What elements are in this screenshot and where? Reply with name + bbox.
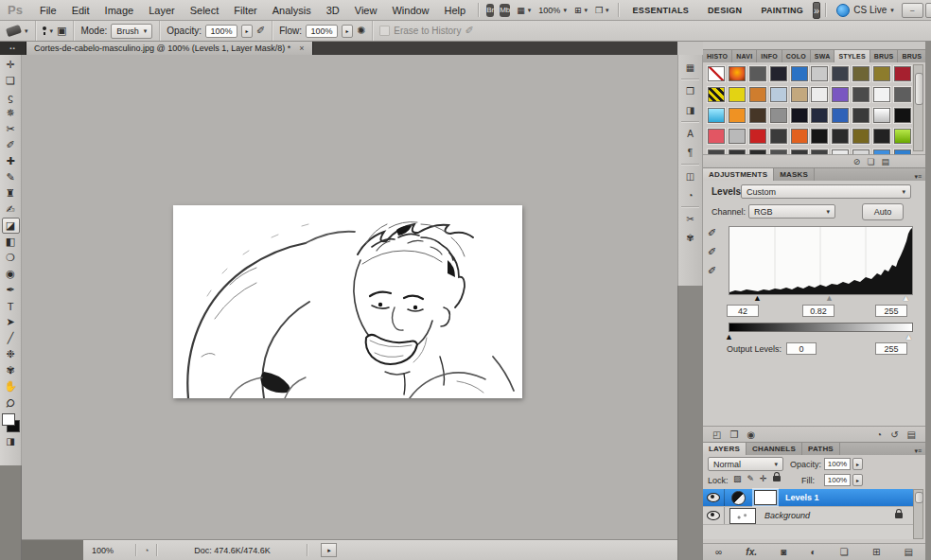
tab-adjustments[interactable]: ADJUSTMENTS [703,168,774,181]
panel-menu-icon[interactable]: ▾≡ [910,173,925,181]
style-swatch[interactable] [770,108,787,123]
auto-button[interactable]: Auto [862,203,904,220]
style-swatch[interactable] [811,108,828,123]
black-input-slider[interactable]: ▲ [753,293,762,303]
menu-file[interactable]: File [32,5,64,16]
visibility-cell[interactable] [703,507,725,524]
rectangular-marquee-tool[interactable]: ❏ [2,73,20,89]
delete-adjustment-icon[interactable]: ▤ [907,429,916,440]
path-selection-tool[interactable]: ➤ [2,314,20,330]
character-panel-icon[interactable]: A [680,125,700,142]
clip-to-layer-icon[interactable]: ❐ [729,429,738,440]
brush-preset-picker[interactable] [43,26,46,35]
style-swatch[interactable] [770,129,787,144]
workspace-essentials[interactable]: ESSENTIALS [624,6,699,15]
lock-position-icon[interactable]: ✛ [760,474,767,483]
eraser-tool[interactable]: ◪ [2,218,20,234]
screen-mode-dropdown[interactable]: ❒ ▾ [595,6,609,15]
status-zoom-field[interactable]: 100% [92,546,132,555]
tablet-pressure-size-icon[interactable]: ✐ [465,25,473,37]
style-swatch[interactable] [729,129,746,144]
close-icon[interactable]: × [299,44,304,53]
style-swatch[interactable] [749,108,766,123]
menu-layer[interactable]: Layer [141,5,183,16]
tool-preset-group[interactable]: ▾ [0,21,36,41]
view-previous-state-icon[interactable]: ◔ [876,429,882,440]
style-swatch[interactable] [770,87,787,102]
scrollbar-thumb[interactable] [915,492,923,503]
input-gamma-field[interactable]: 0.82 [802,305,834,317]
tab-histo[interactable]: HISTO [703,50,732,62]
airbrush-icon[interactable]: ✺ [357,25,365,37]
menu-filter[interactable]: Filter [226,5,264,16]
gradient-tool[interactable]: ◧ [2,234,20,250]
style-swatch[interactable] [791,87,808,102]
menu-help[interactable]: Help [437,5,474,16]
canvas-area[interactable] [22,55,677,539]
mini-bridge-icon[interactable]: Mb [500,4,510,17]
new-adjustment-layer-icon[interactable]: ◐ [810,547,816,557]
eyedropper-tool[interactable]: ✐ [2,137,20,153]
tab-info[interactable]: INFO [757,50,782,62]
input-black-field[interactable]: 42 [727,305,759,317]
black-point-eyedropper-icon[interactable]: ✐ [708,227,716,239]
style-swatch[interactable] [852,129,870,144]
input-white-field[interactable]: 255 [875,305,907,317]
toggle-brush-panel-icon[interactable]: ▣ [57,25,66,37]
layer-fill-spinner[interactable]: ▸ [852,474,863,486]
document-tab[interactable]: Cortes-de-cabelo-masculino.jpg @ 100% (L… [26,42,313,55]
return-to-adjustment-list-icon[interactable]: ◰ [712,429,721,440]
style-swatch[interactable] [873,108,890,123]
add-layer-mask-icon[interactable]: ◙ [781,547,786,557]
levels-histogram[interactable] [729,226,913,295]
panel-menu-icon[interactable]: ▾≡ [910,447,925,455]
new-layer-icon[interactable]: ⊞ [872,547,880,557]
style-swatch[interactable] [852,87,870,102]
layer-opacity-spinner[interactable]: ▸ [852,458,863,470]
styles-scrollbar[interactable] [913,64,923,151]
new-style-icon[interactable]: ❏ [867,157,874,166]
lock-transparency-icon[interactable]: ▨ [733,474,742,483]
style-swatch[interactable] [708,66,725,81]
flow-spinner[interactable]: ▸ [342,25,353,38]
menu-window[interactable]: Window [384,5,436,16]
style-swatch[interactable] [894,108,911,123]
dodge-tool[interactable]: ◉ [2,266,20,282]
new-group-icon[interactable]: ❏ [840,547,849,557]
menu-select[interactable]: Select [183,5,227,16]
lock-pixels-icon[interactable]: ✎ [747,474,755,483]
styles-mini-panel-icon[interactable]: ◨ [680,101,700,118]
history-brush-tool[interactable]: ✍ [2,201,20,218]
layer-row-background[interactable]: Background [703,507,914,525]
3d-rotate-tool[interactable]: ❉ [2,346,20,362]
menu-3d[interactable]: 3D [319,5,347,16]
clear-style-icon[interactable]: ⊘ [853,157,861,166]
clone-stamp-tool[interactable]: ♜ [2,185,20,201]
scrollbar-thumb[interactable] [915,73,923,105]
clone-source-panel-icon[interactable]: ◫ [680,167,700,184]
style-swatch[interactable] [873,129,890,144]
layer-name[interactable]: Background [764,511,810,520]
lock-all-icon[interactable] [773,476,781,481]
tab-swa[interactable]: SWA [811,50,835,62]
visibility-cell[interactable] [703,489,725,506]
style-swatch[interactable] [852,66,870,81]
healing-brush-tool[interactable]: ✚ [2,153,20,169]
mode-select[interactable]: Brush ▾ [111,24,152,39]
cs-live-dropdown[interactable]: CS Live ▾ [836,4,894,17]
tab-brus[interactable]: BRUS [870,50,899,62]
layers-scrollbar[interactable] [913,489,923,539]
layer-fill-field[interactable]: 100% [824,474,851,486]
blend-mode-select[interactable]: Normal ▾ [708,457,783,471]
tab-navi[interactable]: NAVI [732,50,757,62]
opacity-spinner[interactable]: ▸ [241,25,253,38]
style-swatch[interactable] [873,66,890,81]
line-tool[interactable]: ╱ [2,330,20,346]
3d-orbit-tool[interactable]: ✾ [2,362,20,378]
lasso-tool[interactable]: ϛ [2,89,20,105]
style-swatch[interactable] [894,129,911,144]
style-swatch[interactable] [894,66,911,81]
style-swatch[interactable] [749,129,766,144]
delete-style-icon[interactable]: ▤ [881,157,889,166]
tab-paths[interactable]: PATHS [802,443,840,455]
